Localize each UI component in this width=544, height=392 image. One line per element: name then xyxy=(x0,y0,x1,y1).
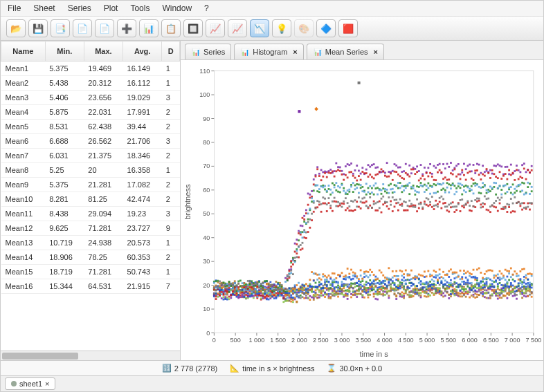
chart-area[interactable]: 05001 0001 5002 0002 5003 0003 5004 0004… xyxy=(181,60,543,360)
svg-rect-2103 xyxy=(221,289,223,291)
svg-rect-2128 xyxy=(268,299,270,301)
svg-rect-1750 xyxy=(516,165,518,167)
mean-series-icon[interactable]: 📉 xyxy=(250,19,269,37)
tab-mean-series[interactable]: 📊Mean Series× xyxy=(307,44,384,59)
add-sheet-icon[interactable]: 📑 xyxy=(51,19,70,37)
col-name[interactable]: Name xyxy=(1,41,46,62)
svg-rect-863 xyxy=(446,209,448,212)
menu-window[interactable]: Window xyxy=(162,3,192,13)
svg-rect-1274 xyxy=(260,290,262,292)
svg-rect-1029 xyxy=(439,273,441,275)
svg-rect-2241 xyxy=(480,280,482,282)
svg-rect-2275 xyxy=(224,290,226,292)
svg-rect-1491 xyxy=(348,290,350,292)
svg-rect-2274 xyxy=(223,294,225,296)
table-row[interactable]: Mean95.37521.28117.0822 xyxy=(1,178,180,192)
svg-rect-2379 xyxy=(420,178,422,180)
menu-sheet[interactable]: Sheet xyxy=(33,3,55,13)
sheet-icon[interactable]: 📄 xyxy=(73,19,92,37)
menu-plot[interactable]: Plot xyxy=(104,3,118,13)
svg-rect-1901 xyxy=(480,272,482,274)
plot-toggle-icon[interactable]: 🔲 xyxy=(183,19,203,37)
svg-rect-1375 xyxy=(450,295,452,297)
chart-add-icon[interactable]: 📈 xyxy=(228,19,247,37)
svg-rect-2076 xyxy=(489,190,491,192)
svg-rect-1904 xyxy=(486,270,488,272)
svg-rect-1359 xyxy=(420,295,422,297)
table-row[interactable]: Mean76.03121.37518.3462 xyxy=(1,149,180,163)
open-icon[interactable]: 📂 xyxy=(6,19,26,37)
svg-rect-2700 xyxy=(384,201,386,203)
table-row[interactable]: Mean35.40623.65619.0293 xyxy=(1,91,180,105)
close-icon[interactable]: × xyxy=(293,48,297,56)
svg-rect-120 xyxy=(328,295,330,297)
svg-rect-1837 xyxy=(360,269,362,271)
svg-rect-1649 xyxy=(326,171,328,173)
tab-histogram[interactable]: 📊Histogram× xyxy=(234,44,304,59)
svg-rect-1914 xyxy=(505,269,507,271)
svg-rect-2386 xyxy=(433,179,435,181)
svg-rect-1038 xyxy=(455,277,457,279)
svg-rect-2169 xyxy=(345,279,347,281)
table-row[interactable]: Mean45.87522.03117.9912 xyxy=(1,105,180,120)
close-icon[interactable]: × xyxy=(374,48,378,56)
table-row[interactable]: Mean66.68826.56221.7063 xyxy=(1,134,180,149)
chart-icon[interactable]: 📈 xyxy=(206,19,225,37)
svg-rect-2507 xyxy=(341,184,343,186)
svg-rect-2295 xyxy=(262,295,264,297)
svg-rect-2635 xyxy=(262,282,264,284)
menu-series[interactable]: Series xyxy=(68,3,91,13)
add-series-icon[interactable]: ➕ xyxy=(117,19,136,37)
svg-text:70: 70 xyxy=(203,162,210,169)
svg-rect-434 xyxy=(279,284,281,286)
table-row[interactable]: Mean1310.71924.93820.5731 xyxy=(1,236,180,250)
table-row[interactable]: Mean85.252016.3581 xyxy=(1,163,180,178)
horizontal-scrollbar[interactable] xyxy=(1,351,180,360)
save-icon[interactable]: 💾 xyxy=(28,19,48,37)
menu-tools[interactable]: Tools xyxy=(130,3,149,13)
svg-rect-1325 xyxy=(356,290,358,292)
menu-?[interactable]: ? xyxy=(204,3,209,13)
table-row[interactable]: Mean25.43820.31216.1121 xyxy=(1,76,180,91)
svg-rect-2670 xyxy=(328,197,330,199)
svg-rect-2400 xyxy=(460,178,462,180)
table-row[interactable]: Mean58.53162.43839.442 xyxy=(1,120,180,134)
svg-rect-1681 xyxy=(386,162,388,164)
svg-rect-1574 xyxy=(505,288,507,290)
sheet2-icon[interactable]: 📄 xyxy=(95,19,114,37)
sheet-tab[interactable]: sheet1 × xyxy=(5,377,55,390)
col-min[interactable]: Min. xyxy=(45,41,84,62)
expand-icon[interactable]: 🟥 xyxy=(338,19,358,37)
collapse-icon[interactable]: 🔷 xyxy=(316,19,336,37)
table-row[interactable]: Mean1518.71971.28150.7431 xyxy=(1,265,180,279)
table-row[interactable]: Mean15.37519.46916.1491 xyxy=(1,62,180,76)
menu-file[interactable]: File xyxy=(8,3,21,13)
svg-rect-906 xyxy=(527,203,529,205)
color-icon[interactable]: 🎨 xyxy=(294,19,314,37)
col-max[interactable]: Max. xyxy=(84,41,123,62)
svg-rect-1546 xyxy=(452,292,454,294)
svg-rect-2242 xyxy=(482,286,484,288)
svg-rect-1838 xyxy=(361,278,363,280)
svg-rect-2301 xyxy=(273,295,275,297)
copy-series-icon[interactable]: 📋 xyxy=(161,19,181,37)
table-row[interactable]: Mean118.43829.09419.233 xyxy=(1,207,180,221)
tab-series[interactable]: 📊Series xyxy=(185,44,231,59)
col-d[interactable]: D xyxy=(162,41,180,62)
svg-rect-1610 xyxy=(253,295,255,297)
highlight-icon[interactable]: 💡 xyxy=(272,19,291,37)
table-row[interactable]: Mean129.62571.28123.7279 xyxy=(1,221,180,236)
sheet-tab-label: sheet1 xyxy=(19,380,42,388)
close-icon[interactable]: × xyxy=(45,380,49,388)
svg-rect-656 xyxy=(377,282,379,284)
col-avg[interactable]: Avg. xyxy=(123,41,162,62)
svg-rect-2666 xyxy=(320,203,323,205)
svg-rect-2450 xyxy=(234,282,236,284)
series-icon[interactable]: 📊 xyxy=(139,19,158,37)
cell: Mean8 xyxy=(1,163,46,178)
table-row[interactable]: Mean108.28181.2542.4742 xyxy=(1,192,180,207)
series-table[interactable]: NameMin.Max.Avg.D Mean15.37519.46916.149… xyxy=(1,41,180,294)
table-row[interactable]: Mean1418.90678.2560.3532 xyxy=(1,250,180,265)
svg-rect-1077 xyxy=(529,282,531,284)
table-row[interactable]: Mean1615.34464.53121.9157 xyxy=(1,279,180,294)
